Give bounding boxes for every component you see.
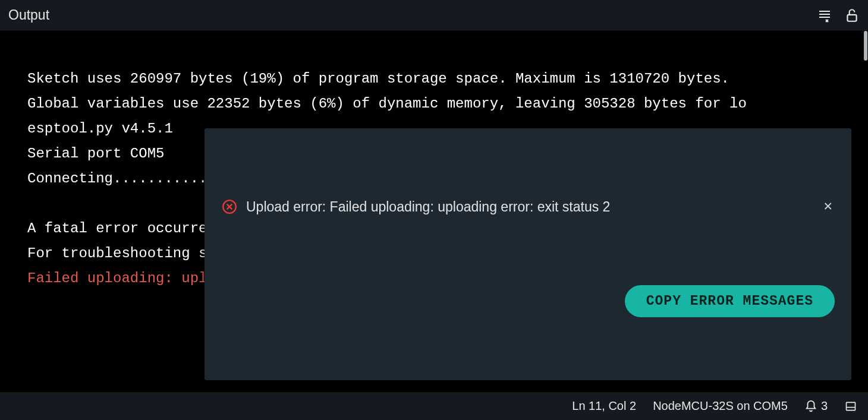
panel-title: Output (8, 7, 49, 23)
svg-rect-9 (847, 402, 856, 410)
status-bar: Ln 11, Col 2 NodeMCU-32S on COM5 3 (0, 392, 868, 420)
notifications-button[interactable]: 3 (804, 399, 828, 413)
svg-rect-5 (847, 14, 856, 21)
close-icon[interactable]: ✕ (822, 197, 835, 216)
cursor-position[interactable]: Ln 11, Col 2 (572, 399, 636, 413)
console-line: Global variables use 22352 bytes (6%) of… (27, 96, 747, 112)
scrollbar-thumb[interactable] (864, 31, 867, 61)
console-line: Serial port COM5 (27, 146, 164, 162)
notification-count: 3 (821, 399, 828, 413)
output-panel-header: Output (0, 0, 868, 31)
board-port-selector[interactable]: NodeMCU-32S on COM5 (653, 399, 788, 413)
toast-header-row: Upload error: Failed uploading: uploadin… (221, 195, 835, 219)
header-toolbar (817, 8, 860, 23)
console-line: Sketch uses 260997 bytes (19%) of progra… (27, 71, 729, 87)
toggle-panel-icon[interactable] (844, 400, 857, 412)
toast-message: Upload error: Failed uploading: uploadin… (246, 195, 813, 219)
error-icon (221, 198, 238, 215)
output-console[interactable]: Sketch uses 260997 bytes (19%) of progra… (0, 31, 868, 392)
console-line: esptool.py v4.5.1 (27, 121, 173, 137)
clear-output-icon[interactable] (817, 8, 832, 23)
lock-icon[interactable] (844, 8, 860, 23)
error-toast: Upload error: Failed uploading: uploadin… (205, 128, 851, 380)
copy-error-messages-button[interactable]: COPY ERROR MESSAGES (625, 285, 835, 317)
